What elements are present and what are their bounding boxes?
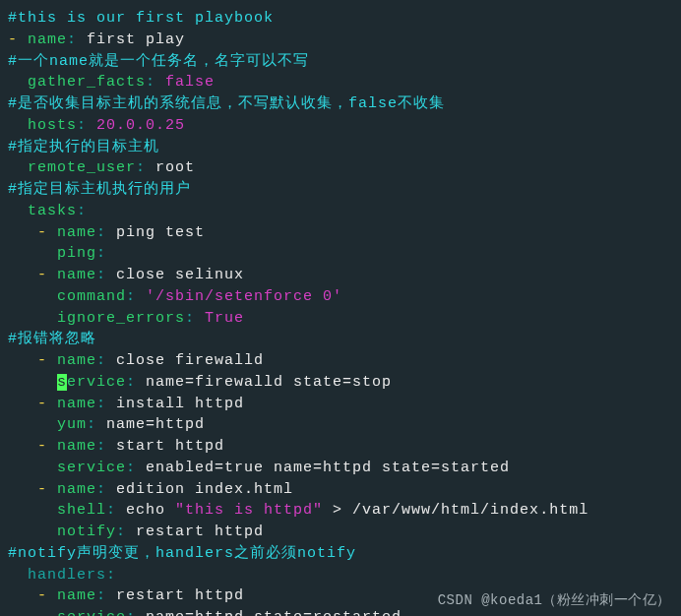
value: install httpd	[116, 396, 244, 412]
dash: -	[37, 267, 57, 283]
code-line: yum: name=httpd	[8, 414, 673, 436]
indent	[8, 460, 57, 476]
dash: -	[37, 352, 57, 369]
key: gather_facts	[28, 74, 146, 91]
indent	[8, 74, 28, 91]
comment: #notify声明变更，handlers之前必须notify	[8, 545, 356, 562]
colon: :	[106, 567, 116, 584]
comment: #指定目标主机执行的用户	[8, 181, 191, 198]
value: True	[205, 310, 244, 327]
colon: :	[96, 587, 116, 604]
key: service	[57, 609, 126, 616]
value: start httpd	[116, 438, 224, 455]
code-line: command: '/sbin/setenforce 0'	[8, 286, 673, 308]
colon: :	[87, 416, 106, 433]
colon: :	[136, 159, 155, 176]
key: name	[57, 481, 96, 498]
value: > /var/www/html/index.html	[323, 502, 588, 519]
code-line: shell: echo "this is httpd" > /var/www/h…	[8, 500, 673, 522]
value: close selinux	[116, 267, 244, 283]
indent	[8, 567, 28, 584]
dash: -	[37, 396, 57, 412]
colon: :	[96, 352, 116, 369]
colon: :	[96, 481, 116, 498]
indent	[8, 245, 57, 262]
key: handlers	[28, 567, 106, 584]
code-line: - name: close selinux	[8, 265, 673, 286]
indent	[8, 310, 57, 327]
dash: -	[8, 31, 28, 48]
colon: :	[96, 245, 106, 262]
indent	[8, 288, 57, 305]
code-line: #一个name就是一个任务名，名字可以不写	[8, 51, 673, 73]
key: remote_user	[28, 159, 136, 176]
code-line: #报错将忽略	[8, 329, 673, 350]
colon: :	[96, 224, 116, 241]
value: false	[165, 74, 215, 91]
key: name	[57, 267, 96, 283]
indent	[8, 117, 28, 134]
code-line: #指定执行的目标主机	[8, 137, 673, 158]
key: command	[57, 288, 126, 305]
key: notify	[57, 524, 116, 540]
value: '/sbin/setenforce 0'	[146, 288, 342, 305]
colon: :	[96, 396, 116, 412]
code-line: tasks:	[8, 201, 673, 222]
code-line: #this is our first playbook	[8, 8, 673, 30]
key: shell	[57, 502, 106, 519]
code-line: - name: edition index.html	[8, 479, 673, 501]
colon: :	[126, 460, 146, 476]
comment: #this is our first playbook	[8, 10, 274, 27]
comment: #一个name就是一个任务名，名字可以不写	[8, 53, 309, 70]
code-line: notify: restart httpd	[8, 522, 673, 543]
colon: :	[126, 288, 146, 305]
indent	[8, 524, 57, 540]
value: name=firewalld state=stop	[146, 374, 392, 391]
colon: :	[126, 609, 146, 616]
code-line: - name: start httpd	[8, 436, 673, 458]
indent	[8, 481, 37, 498]
comment: #是否收集目标主机的系统信息，不写默认收集，false不收集	[8, 95, 445, 112]
indent	[8, 587, 37, 604]
dash: -	[37, 438, 57, 455]
code-line: #notify声明变更，handlers之前必须notify	[8, 543, 673, 565]
key: name	[57, 587, 96, 604]
indent	[8, 502, 57, 519]
key: yum	[57, 416, 87, 433]
code-line: - name: close firewalld	[8, 350, 673, 372]
key: ignore_errors	[57, 310, 185, 327]
code-view: #this is our first playbook - name: firs…	[8, 8, 673, 616]
key: hosts	[28, 117, 77, 134]
value: close firewalld	[116, 352, 264, 369]
indent	[8, 159, 28, 176]
value: restart httpd	[136, 524, 264, 540]
value: restart httpd	[116, 587, 244, 604]
value: root	[155, 159, 195, 176]
key: name	[57, 224, 96, 241]
code-line: - name: install httpd	[8, 394, 673, 415]
key: service	[57, 460, 126, 476]
code-line: ignore_errors: True	[8, 308, 673, 330]
value: 20.0.0.25	[96, 117, 185, 134]
dash: -	[37, 587, 57, 604]
code-line: gather_facts: false	[8, 72, 673, 93]
key: name	[28, 31, 67, 48]
code-line: ping:	[8, 243, 673, 265]
value: first play	[87, 31, 185, 48]
string: "this is httpd"	[175, 502, 323, 519]
key: tasks	[28, 203, 77, 219]
indent	[8, 609, 57, 616]
value: edition index.html	[116, 481, 293, 498]
indent	[8, 224, 37, 241]
code-line: - name: ping test	[8, 222, 673, 244]
indent	[8, 267, 37, 283]
comment: #指定执行的目标主机	[8, 139, 159, 155]
colon: :	[96, 267, 116, 283]
value: name=httpd	[106, 416, 205, 433]
code-line: remote_user: root	[8, 157, 673, 179]
colon: :	[185, 310, 205, 327]
cursor: s	[57, 374, 67, 391]
dash: -	[37, 224, 57, 241]
code-line: #是否收集目标主机的系统信息，不写默认收集，false不收集	[8, 93, 673, 115]
colon: :	[67, 31, 87, 48]
